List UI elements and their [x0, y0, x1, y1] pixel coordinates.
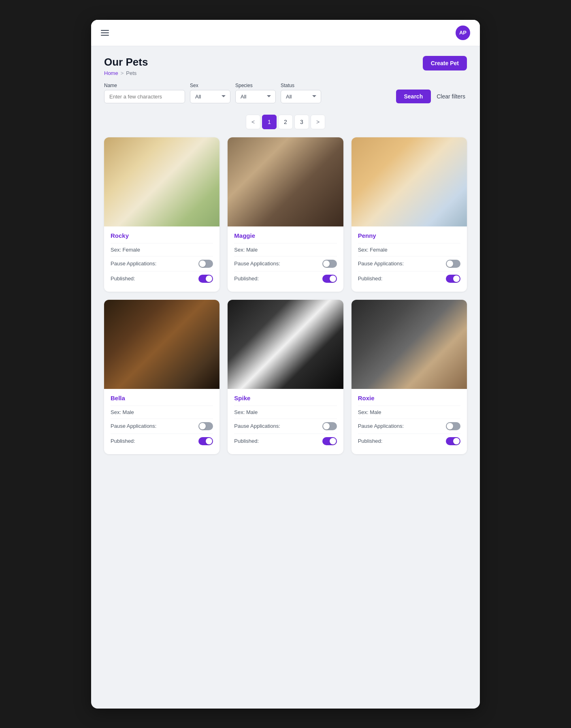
pet-pause-thumb-roxie	[447, 423, 453, 429]
filter-status-select[interactable]: All Published Unpublished	[281, 90, 321, 103]
pet-pause-toggle-penny[interactable]	[446, 260, 460, 268]
filter-species-label: Species	[235, 83, 276, 88]
pet-published-toggle-maggie[interactable]	[322, 275, 337, 283]
pet-published-toggle-penny[interactable]	[446, 275, 460, 283]
pet-sex-label-roxie: Sex: Male	[358, 409, 381, 415]
filter-actions: Search Clear filters	[396, 90, 467, 103]
pet-published-toggle-bella[interactable]	[198, 437, 213, 445]
pet-sex-bella: Sex: Male	[111, 406, 213, 418]
pet-pause-toggle-maggie[interactable]	[322, 260, 337, 268]
pet-published-thumb-roxie	[453, 438, 460, 444]
pet-published-maggie: Published:	[234, 271, 337, 286]
pet-sex-label-rocky: Sex: Female	[111, 247, 140, 253]
pagination-page-3[interactable]: 3	[294, 115, 309, 129]
avatar[interactable]: AP	[456, 26, 470, 40]
pet-pause-spike: Pause Applications:	[234, 418, 337, 433]
pet-pause-track-roxie	[446, 422, 460, 430]
pet-pause-thumb-spike	[323, 423, 330, 429]
pet-published-thumb-rocky	[206, 275, 212, 282]
filter-status-group: Status All Published Unpublished	[281, 83, 321, 103]
pagination-prev[interactable]: <	[246, 115, 260, 129]
pagination-page-2[interactable]: 2	[278, 115, 293, 129]
breadcrumb-current: Pets	[126, 70, 136, 76]
pet-pause-penny: Pause Applications:	[358, 256, 460, 271]
pet-name-roxie[interactable]: Roxie	[358, 395, 460, 401]
top-header: AP	[91, 20, 480, 46]
pet-published-track-spike	[322, 437, 337, 445]
clear-filters-button[interactable]: Clear filters	[435, 90, 467, 103]
pet-card-roxie: Roxie Sex: Male Pause Applications: Publ…	[352, 300, 467, 454]
pet-pause-label-spike: Pause Applications:	[234, 423, 280, 429]
create-pet-button[interactable]: Create Pet	[423, 56, 467, 70]
pet-pause-thumb-penny	[447, 260, 453, 267]
breadcrumb-home-link[interactable]: Home	[104, 70, 118, 76]
pet-card-maggie: Maggie Sex: Male Pause Applications: Pub…	[228, 137, 343, 292]
pet-pause-track-rocky	[198, 260, 213, 268]
pet-published-toggle-spike[interactable]	[322, 437, 337, 445]
pagination-next[interactable]: >	[311, 115, 325, 129]
pet-pause-toggle-roxie[interactable]	[446, 422, 460, 430]
pet-card-penny: Penny Sex: Female Pause Applications: Pu…	[352, 137, 467, 292]
pet-image-rocky	[104, 137, 219, 226]
pet-published-label-maggie: Published:	[234, 275, 259, 282]
pet-pause-thumb-bella	[199, 423, 206, 429]
pet-card-body-bella: Bella Sex: Male Pause Applications: Publ…	[104, 389, 219, 454]
pet-image-spike	[228, 300, 343, 389]
pet-card-body-penny: Penny Sex: Female Pause Applications: Pu…	[352, 226, 467, 292]
pet-pause-toggle-rocky[interactable]	[198, 260, 213, 268]
pet-published-toggle-roxie[interactable]	[446, 437, 460, 445]
pet-pause-track-penny	[446, 260, 460, 268]
filter-species-select[interactable]: All Dog Cat	[235, 90, 276, 103]
pet-name-bella[interactable]: Bella	[111, 395, 213, 401]
filter-name-input[interactable]	[104, 90, 185, 103]
filter-name-label: Name	[104, 83, 185, 88]
pet-name-spike[interactable]: Spike	[234, 395, 337, 401]
filter-sex-label: Sex	[190, 83, 230, 88]
pet-published-toggle-rocky[interactable]	[198, 275, 213, 283]
pet-card-body-roxie: Roxie Sex: Male Pause Applications: Publ…	[352, 389, 467, 454]
search-button[interactable]: Search	[396, 90, 431, 103]
pet-card-body-maggie: Maggie Sex: Male Pause Applications: Pub…	[228, 226, 343, 292]
page-title-section: Our Pets Home > Pets	[104, 56, 148, 76]
pet-published-rocky: Published:	[111, 271, 213, 286]
pet-sex-label-maggie: Sex: Male	[234, 247, 258, 253]
breadcrumb-separator: >	[121, 70, 124, 76]
pet-pause-label-penny: Pause Applications:	[358, 260, 404, 267]
filter-status-label: Status	[281, 83, 321, 88]
pet-published-label-bella: Published:	[111, 438, 135, 444]
pet-published-track-bella	[198, 437, 213, 445]
pet-pause-label-rocky: Pause Applications:	[111, 260, 156, 267]
pet-name-maggie[interactable]: Maggie	[234, 232, 337, 239]
pet-published-track-maggie	[322, 275, 337, 283]
pet-pause-bella: Pause Applications:	[111, 418, 213, 433]
pet-published-track-roxie	[446, 437, 460, 445]
pet-name-penny[interactable]: Penny	[358, 232, 460, 239]
pets-grid: Rocky Sex: Female Pause Applications: Pu…	[91, 137, 480, 467]
pet-pause-toggle-bella[interactable]	[198, 422, 213, 430]
filter-species-group: Species All Dog Cat	[235, 83, 276, 103]
pagination-page-1[interactable]: 1	[262, 115, 277, 129]
pet-sex-maggie: Sex: Male	[234, 243, 337, 256]
pet-sex-label-bella: Sex: Male	[111, 409, 134, 415]
pet-published-track-rocky	[198, 275, 213, 283]
pet-name-rocky[interactable]: Rocky	[111, 232, 213, 239]
filter-sex-select[interactable]: All Male Female	[190, 90, 230, 103]
pet-published-spike: Published:	[234, 433, 337, 448]
pet-pause-toggle-spike[interactable]	[322, 422, 337, 430]
filters-row: Name Sex All Male Female Species All Dog…	[104, 83, 467, 103]
pet-sex-penny: Sex: Female	[358, 243, 460, 256]
app-container: AP Our Pets Home > Pets Create Pet Name …	[91, 20, 480, 709]
pet-pause-label-roxie: Pause Applications:	[358, 423, 404, 429]
pet-pause-label-maggie: Pause Applications:	[234, 260, 280, 267]
page-title: Our Pets	[104, 56, 148, 68]
pet-published-label-roxie: Published:	[358, 438, 383, 444]
pet-published-roxie: Published:	[358, 433, 460, 448]
pet-pause-rocky: Pause Applications:	[111, 256, 213, 271]
filters-section: Name Sex All Male Female Species All Dog…	[91, 83, 480, 111]
pet-published-thumb-spike	[330, 438, 336, 444]
page-header: Our Pets Home > Pets Create Pet	[91, 46, 480, 83]
filter-name-group: Name	[104, 83, 185, 103]
pet-image-bella	[104, 300, 219, 389]
pet-published-track-penny	[446, 275, 460, 283]
hamburger-menu[interactable]	[101, 30, 109, 36]
